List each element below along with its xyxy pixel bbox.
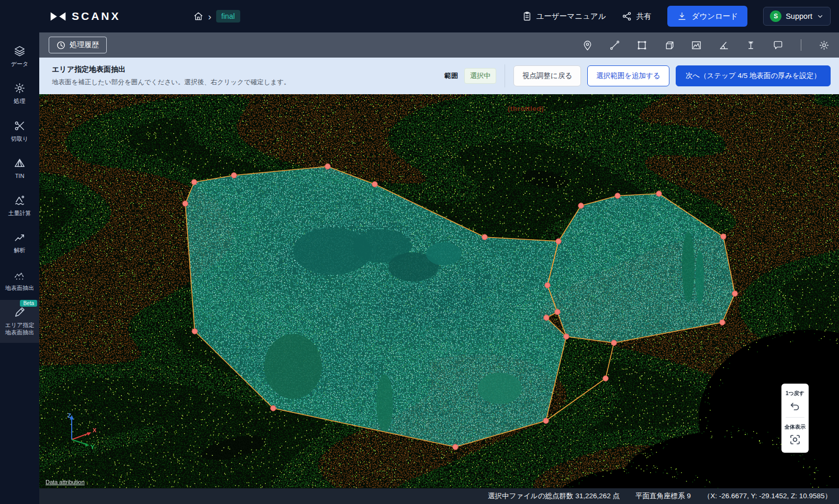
comment-tool[interactable] — [773, 40, 784, 51]
analysis-icon — [14, 231, 26, 243]
chevron-down-icon — [816, 13, 824, 20]
sidebar: データ 処理 切取り TIN 土量計算 解析 — [0, 32, 39, 504]
breadcrumb-current[interactable]: final — [216, 10, 240, 23]
undo-button[interactable]: 1つ戻す — [781, 388, 809, 413]
status-bar: 選択中ファイルの総点群数 31,226,262 点 平面直角座標系 9 （X: … — [39, 488, 839, 504]
sidebar-item-analysis[interactable]: 解析 — [0, 225, 39, 260]
throttled-label: (throttled) — [508, 105, 544, 113]
y-axis-arrow — [85, 443, 89, 447]
scanx-logo-icon — [50, 11, 66, 22]
pin-icon — [582, 40, 593, 51]
point-cloud-canvas[interactable] — [39, 94, 839, 488]
breadcrumb: › final — [193, 10, 240, 23]
gear-icon — [14, 82, 26, 94]
home-icon[interactable] — [193, 11, 204, 21]
sidebar-item-area-ground-extract[interactable]: Beta エリア指定地表面抽出 — [0, 300, 39, 343]
height-icon — [745, 40, 756, 51]
download-icon — [677, 11, 687, 21]
fit-view-icon — [789, 433, 801, 446]
banner-actions: 範囲 選択中 視点調整に戻る 選択範囲を追加する 次へ（ステップ 4/5 地表面… — [444, 64, 831, 87]
app-header: SCANX › final ユーザーマニュアル 共有 — [0, 0, 839, 32]
logo-text: SCANX — [72, 10, 121, 23]
z-axis-label: Z — [68, 412, 71, 419]
undo-icon — [789, 400, 801, 411]
back-to-view-button[interactable]: 視点調整に戻る — [513, 65, 581, 86]
viewport-3d[interactable]: (throttled) Z X Y Data attribution 1つ戻す — [39, 94, 839, 488]
fit-view-button[interactable]: 全体表示 — [781, 422, 809, 447]
share-icon — [622, 11, 632, 21]
step-banner: エリア指定地表面抽出 地表面を補正したい部分を囲んでください。選択後、右クリック… — [39, 58, 839, 94]
settings-gear-icon — [819, 40, 830, 51]
viewer-toolbar: 処理履歴 — [39, 32, 839, 58]
history-button[interactable]: 処理履歴 — [49, 37, 107, 53]
beta-badge: Beta — [20, 300, 37, 307]
sidebar-item-processing[interactable]: 処理 — [0, 76, 39, 111]
axis-gizmo[interactable]: Z X Y — [56, 411, 103, 458]
support-menu[interactable]: S Support — [763, 7, 831, 26]
range-label: 範囲 — [444, 71, 458, 81]
banner-divider — [505, 64, 505, 87]
add-selection-button[interactable]: 選択範囲を追加する — [587, 65, 669, 86]
toolbar-divider — [801, 39, 801, 51]
download-label: ダウンロード — [692, 12, 739, 21]
comment-icon — [773, 40, 784, 51]
pencil-icon — [14, 306, 26, 318]
area-icon — [636, 40, 647, 51]
section-icon — [691, 40, 702, 51]
view-controls: 1つ戻す 全体表示 — [781, 384, 809, 453]
sidebar-item-tin[interactable]: TIN — [0, 151, 39, 186]
support-label: Support — [786, 12, 812, 20]
clipboard-icon — [522, 11, 532, 21]
height-tool[interactable] — [745, 40, 756, 51]
tin-icon — [14, 157, 26, 169]
distance-tool[interactable] — [609, 40, 620, 51]
chevron-right-icon: › — [208, 12, 211, 21]
manual-button[interactable]: ユーザーマニュアル — [522, 11, 606, 21]
cuboid-tool[interactable] — [664, 40, 675, 51]
banner-title: エリア指定地表面抽出 — [52, 65, 290, 74]
share-label: 共有 — [636, 12, 652, 21]
cursor-coords-label: （X: -26.6677, Y: -29.1452, Z: 10.9585） — [703, 491, 832, 501]
layers-icon — [14, 45, 26, 57]
data-attribution-link[interactable]: Data attribution — [46, 479, 85, 485]
total-points-label: 選択中ファイルの総点群数 31,226,262 点 — [488, 491, 620, 501]
pin-tool[interactable] — [582, 40, 593, 51]
view-controls-divider — [786, 417, 804, 418]
header-actions: ユーザーマニュアル 共有 ダウンロード S Support — [522, 6, 831, 27]
app-root: SCANX › final ユーザーマニュアル 共有 — [0, 0, 839, 504]
banner-description: 地表面を補正したい部分を囲んでください。選択後、右クリックで確定します。 — [52, 78, 290, 87]
settings-tool[interactable] — [819, 40, 830, 51]
area-tool[interactable] — [636, 40, 647, 51]
crs-label: 平面直角座標系 9 — [635, 491, 691, 501]
manual-label: ユーザーマニュアル — [536, 12, 606, 21]
angle-tool[interactable] — [718, 40, 729, 51]
sidebar-item-crop[interactable]: 切取り — [0, 114, 39, 149]
section-tool[interactable] — [691, 40, 702, 51]
ground-extract-icon — [14, 269, 26, 281]
sidebar-item-data[interactable]: データ — [0, 39, 39, 74]
distance-icon — [609, 40, 620, 51]
selection-status-badge: 選択中 — [464, 68, 496, 84]
measure-tools — [582, 39, 830, 51]
angle-icon — [718, 40, 729, 51]
sidebar-item-volume[interactable]: 土量計算 — [0, 188, 39, 223]
clock-icon — [57, 41, 65, 50]
volume-calc-icon — [14, 194, 26, 206]
scissors-icon — [14, 120, 26, 132]
y-axis-label: Y — [91, 444, 95, 450]
cuboid-icon — [664, 40, 675, 51]
x-axis-label: X — [93, 427, 97, 433]
avatar: S — [770, 10, 781, 22]
download-button[interactable]: ダウンロード — [667, 6, 748, 27]
share-button[interactable]: 共有 — [622, 11, 652, 21]
banner-text: エリア指定地表面抽出 地表面を補正したい部分を囲んでください。選択後、右クリック… — [52, 65, 290, 87]
app-logo[interactable]: SCANX — [50, 10, 121, 23]
sidebar-item-ground-extract[interactable]: 地表面抽出 — [0, 263, 39, 298]
next-step-button[interactable]: 次へ（ステップ 4/5 地表面の厚みを設定） — [676, 65, 831, 86]
